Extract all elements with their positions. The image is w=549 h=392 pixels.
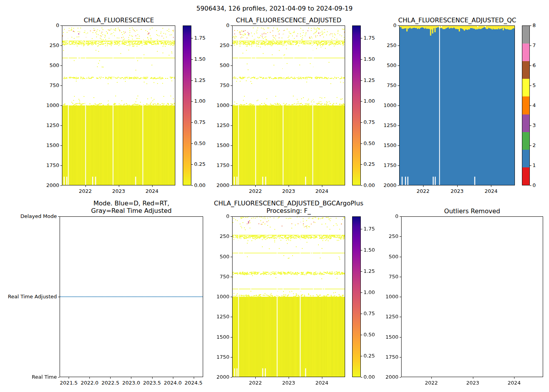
y-tick-label: 2000	[373, 182, 396, 188]
y-tick-label: 1250	[373, 122, 396, 128]
x-tick-mark	[89, 377, 90, 379]
qc-color-segment-7	[522, 44, 529, 62]
colorbar-tick-mark	[361, 292, 362, 293]
colorbar-tick-label: 4	[533, 102, 536, 108]
x-tick-mark	[514, 377, 514, 379]
colorbar-tick-label: 1.50	[194, 56, 205, 62]
x-tick-mark	[473, 377, 473, 379]
y-tick-mark	[400, 337, 401, 338]
y-tick-label: 250	[206, 42, 229, 48]
x-tick-mark	[255, 185, 256, 187]
x-tick-label: 2023	[107, 188, 131, 194]
y-tick-mark	[231, 105, 232, 106]
colorbar-chla-fluorescence	[183, 25, 191, 185]
colorbar-tick-label: 0.75	[364, 310, 375, 316]
x-tick-mark	[110, 377, 111, 379]
colorbar-tick-label: 0.25	[364, 161, 375, 167]
x-tick-label: 2022.5	[98, 380, 122, 386]
y-tick-mark	[58, 377, 60, 377]
y-tick-mark	[400, 216, 401, 217]
panel-outliers-removed-title: Outliers Removed	[444, 207, 500, 215]
panel-chla-adjusted-qc-axes	[399, 25, 515, 185]
x-tick-label: 2024	[479, 188, 503, 194]
y-tick-mark	[231, 125, 232, 126]
y-tick-mark	[60, 25, 62, 26]
colorbar-tick-label: 2	[533, 142, 536, 148]
y-tick-mark	[60, 85, 62, 86]
y-tick-mark	[60, 165, 62, 166]
x-tick-label: 2024	[310, 380, 334, 386]
y-tick-mark	[400, 377, 401, 377]
x-tick-label: 2022.0	[78, 380, 101, 386]
colorbar-tick-label: 1.00	[194, 98, 205, 104]
qc-color-segment-1	[522, 149, 529, 167]
y-tick-label: 250	[373, 42, 396, 48]
y-tick-label: 500	[36, 62, 59, 68]
panel-bgcargoplus-title: CHLA_FLUORESCENCE_ADJUSTED_BGCArgoPlus P…	[214, 200, 363, 214]
y-tick-mark	[231, 145, 232, 146]
colorbar-tick-label: 1.75	[364, 35, 375, 41]
colorbar-tick-label: 1.25	[364, 77, 375, 83]
x-tick-mark	[289, 377, 289, 379]
y-tick-label: 1750	[375, 354, 398, 360]
y-category-label: Real Time	[0, 374, 57, 380]
y-tick-label: 1000	[206, 294, 229, 299]
y-tick-mark	[398, 145, 399, 146]
colorbar-tick-mark	[361, 80, 362, 81]
heatmap-canvas	[233, 26, 345, 185]
y-tick-label: 1750	[36, 162, 59, 168]
colorbar-tick-mark	[191, 101, 193, 102]
y-tick-mark	[58, 216, 60, 217]
x-tick-mark	[423, 185, 424, 187]
y-tick-label: 0	[206, 213, 229, 219]
y-tick-mark	[400, 317, 401, 317]
colorbar-tick-label: 0.75	[194, 119, 205, 125]
colorbar-tick-label: 1.75	[364, 226, 375, 232]
y-tick-mark	[60, 105, 62, 106]
x-tick-mark	[152, 185, 153, 187]
colorbar-tick-label: 1.50	[364, 247, 375, 253]
panel-chla-adjusted-title: CHLA_FLUORESCENCE_ADJUSTED	[236, 16, 341, 24]
y-tick-label: 1750	[206, 354, 229, 360]
colorbar-tick-label: 0.25	[364, 353, 375, 359]
colorbar-tick-mark	[361, 356, 362, 356]
y-tick-label: 1250	[375, 314, 398, 319]
colorbar-tick-label: 0.50	[194, 140, 205, 146]
y-tick-mark	[231, 377, 232, 377]
panel-chla-adjusted-qc-title: CHLA_FLUORESCENCE_ADJUSTED_QC	[398, 16, 516, 24]
x-tick-label: 2023.0	[119, 380, 143, 386]
colorbar-tick-label: 3	[533, 122, 536, 128]
colorbar-tick-mark	[530, 105, 531, 106]
y-tick-label: 2000	[375, 374, 398, 380]
y-tick-mark	[231, 45, 232, 46]
y-tick-mark	[60, 65, 62, 66]
y-tick-mark	[400, 297, 401, 297]
colorbar-tick-label: 0.00	[364, 374, 375, 380]
y-category-label: Delayed Mode	[0, 213, 57, 219]
x-tick-label: 2022	[244, 188, 267, 194]
x-tick-mark	[69, 377, 69, 379]
colorbar-tick-label: 1.25	[364, 268, 375, 274]
y-tick-label: 0	[375, 213, 398, 219]
colorbar-tick-mark	[191, 185, 193, 186]
x-tick-mark	[173, 377, 173, 379]
y-tick-label: 2000	[36, 182, 59, 188]
x-tick-mark	[289, 185, 289, 187]
x-tick-mark	[322, 185, 322, 187]
y-tick-label: 1250	[206, 314, 229, 319]
y-tick-label: 1250	[206, 122, 229, 128]
y-tick-mark	[231, 185, 232, 186]
colorbar-tick-label: 1.50	[364, 56, 375, 62]
x-tick-label: 2024.5	[182, 380, 205, 386]
colorbar-tick-mark	[530, 125, 531, 126]
x-tick-label: 2022	[411, 188, 435, 194]
y-tick-label: 500	[373, 62, 396, 68]
y-tick-label: 250	[375, 233, 398, 239]
qc-color-segment-6	[522, 61, 529, 79]
colorbar-tick-mark	[361, 314, 362, 314]
y-tick-label: 2000	[206, 182, 229, 188]
qc-color-segment-3	[522, 114, 529, 132]
y-tick-mark	[400, 357, 401, 358]
colorbar-tick-label: 0.25	[194, 161, 205, 167]
y-tick-mark	[398, 125, 399, 126]
